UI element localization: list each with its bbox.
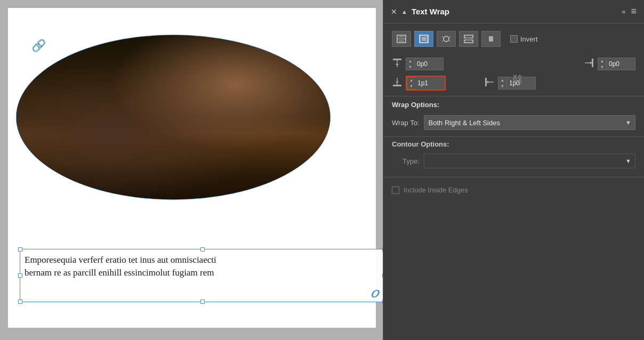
panel-collapse-icon: ▲ [401,9,407,15]
chain-link-icon: ⛓ [512,74,522,86]
svg-marker-49 [487,80,488,84]
svg-rect-38 [393,59,401,60]
handle-ml[interactable] [18,273,22,278]
handle-bl[interactable] [18,299,22,304]
panel-header: ✕ ▲ Text Wrap « ≡ [383,0,644,23]
right-offset-spinners[interactable]: ▲ ▼ [598,58,606,70]
top-offset-icon [392,58,402,70]
wrap-button-no-text[interactable] [481,31,501,47]
svg-rect-37 [489,36,493,42]
right-offset-down[interactable]: ▼ [598,64,606,70]
text-frame[interactable]: Emporesequia verferf eratio tet inus aut… [20,249,385,302]
panel-close-button[interactable]: ✕ [391,7,397,16]
text-wrap-panel: ✕ ▲ Text Wrap « ≡ [383,0,644,340]
type-row: Type: ▼ [383,152,644,177]
svg-rect-22 [422,37,426,41]
canvas-white: 🔗 REDWOOD [8,8,376,328]
double-chevron-icon[interactable]: « [622,7,625,15]
svg-rect-36 [466,37,471,41]
svg-rect-44 [393,85,401,86]
right-offset-input-wrapper: ▲ ▼ [598,58,635,70]
oval-image-frame[interactable]: REDWOOD [16,35,331,200]
top-offset-input[interactable] [414,58,444,70]
wrap-to-label: Wrap To: [392,119,420,127]
include-inside-edges-checkbox[interactable] [392,187,399,194]
wrap-to-row: Wrap To: Both Right & Left Sides Right S… [383,113,644,136]
contour-options-title: Contour Options: [383,137,644,152]
spacing-section: ▲ ▼ ▲ ▼ [383,54,644,96]
panel-top-right: « ≡ [622,6,637,17]
wrap-button-bounding-box[interactable] [414,31,433,47]
canvas-area: 🔗 REDWOOD [0,0,384,340]
handle-tl[interactable] [18,247,22,252]
wrap-to-select[interactable]: Both Right & Left Sides Right Side Left … [424,115,635,130]
bottom-offset-spinners[interactable]: ▲ ▼ [407,77,415,90]
wrap-button-no-wrap[interactable] [392,31,411,47]
top-offset-down[interactable]: ▼ [406,64,414,70]
left-offset-item: ▲ ▼ [484,77,536,90]
handle-tc[interactable] [200,247,205,252]
include-edges-row: Include Inside Edges [383,177,644,203]
wrap-button-jump-over[interactable] [459,31,478,47]
left-offset-icon [484,77,495,89]
svg-marker-43 [590,61,592,64]
panel-header-left: ✕ ▲ Text Wrap [391,7,449,16]
left-offset-spinners[interactable]: ▲ ▼ [498,77,506,90]
invert-checkbox[interactable] [510,35,518,43]
right-offset-icon [584,58,594,70]
top-offset-item: ▲ ▼ [392,58,444,70]
train-image: REDWOOD [17,35,330,199]
type-select[interactable] [424,153,635,168]
right-offset-item: ▲ ▼ [584,58,635,70]
svg-marker-46 [396,82,399,83]
overflow-icon: 𝑂 [371,288,379,299]
svg-marker-40 [396,64,399,66]
text-frame-content: Emporesequia verferf eratio tet inus aut… [25,254,374,295]
wrap-buttons-row: Invert [383,23,644,54]
left-offset-down[interactable]: ▼ [498,83,506,89]
svg-point-29 [444,36,449,42]
top-offset-input-wrapper: ▲ ▼ [406,58,444,70]
right-offset-up[interactable]: ▲ [598,58,606,64]
right-offset-input[interactable] [606,58,635,70]
panel-menu-icon[interactable]: ≡ [631,6,637,17]
panel-title: Text Wrap [412,7,449,16]
top-offset-up[interactable]: ▲ [406,58,414,64]
top-offset-spinners[interactable]: ▲ ▼ [406,58,414,70]
svg-rect-41 [592,59,593,67]
bottom-offset-icon [392,77,402,89]
bottom-offset-up[interactable]: ▲ [407,77,415,83]
type-label: Type: [392,157,420,165]
type-select-wrapper[interactable]: ▼ [424,153,635,168]
left-offset-up[interactable]: ▲ [498,77,506,83]
handle-bc[interactable] [200,299,205,304]
bottom-offset-input[interactable] [415,77,445,90]
bottom-offset-item: ▲ ▼ [392,76,446,91]
wrap-options-title: Wrap Options: [383,96,644,113]
include-inside-edges-label: Include Inside Edges [404,186,468,194]
invert-label: Invert [520,35,538,43]
wrap-button-object-shape[interactable] [437,31,456,47]
wrap-to-select-wrapper[interactable]: Both Right & Left Sides Right Side Left … [424,115,635,130]
svg-rect-47 [485,78,487,86]
bottom-offset-down[interactable]: ▼ [407,83,415,89]
